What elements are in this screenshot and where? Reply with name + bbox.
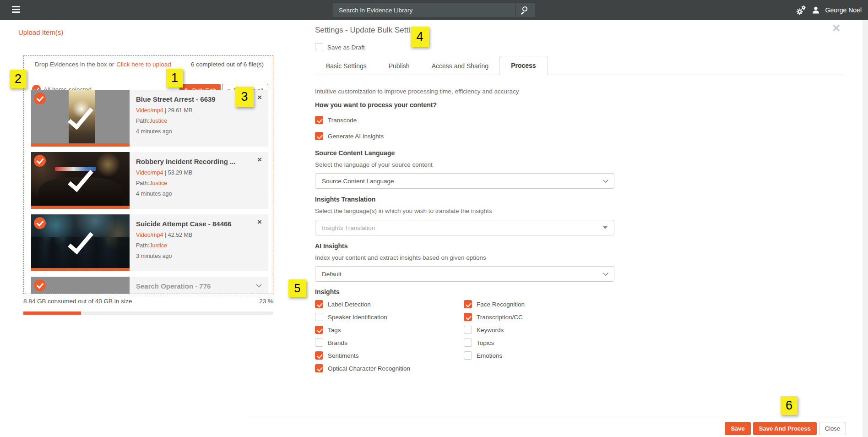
insights-translation-label: Insights Translation	[315, 196, 375, 203]
tags-checkbox[interactable]	[315, 326, 323, 334]
selected-check-icon	[34, 93, 46, 104]
close-icon[interactable]: ×	[832, 21, 841, 35]
remove-item-icon[interactable]: ×	[257, 93, 262, 101]
tab-access-and-sharing[interactable]: Access and Sharing	[421, 57, 500, 75]
item-size: 29.61 MB	[168, 107, 193, 114]
user-name[interactable]: George Noel	[825, 6, 862, 14]
gears-glyph	[796, 5, 806, 15]
evidence-library-app: George Noel Upload Item(s) Drop Evidence…	[0, 0, 868, 437]
insights-heading: Insights	[315, 288, 340, 295]
close-button[interactable]: Close	[819, 422, 846, 435]
insight-checkbox-label: Brands	[328, 339, 347, 346]
speaker-identification-checkbox[interactable]	[315, 313, 323, 321]
search-input[interactable]	[333, 3, 515, 17]
source-language-select[interactable]: Source Content Language	[315, 173, 614, 189]
item-title: Blue Street Arrest - 6639	[136, 95, 250, 103]
annotation-5: 5	[288, 279, 306, 297]
ai-insights-value: Default	[322, 271, 342, 278]
transcription-cc-checkbox[interactable]	[464, 313, 472, 321]
meta-separator: |	[165, 107, 166, 114]
remove-item-icon[interactable]: ×	[257, 218, 262, 226]
source-language-label: Source Content Language	[315, 149, 395, 157]
list-item[interactable]: Blue Street Arrest - 6639 Video/mp4 | 29…	[31, 90, 268, 147]
selection-toolbar: All items selected ✎ Bulk Edit × Remove …	[32, 70, 273, 84]
ai-insights-label: AI Insights	[315, 242, 348, 250]
hamburger-menu-icon[interactable]	[12, 6, 20, 14]
insight-option-row: Optical Character Recognition	[315, 364, 410, 372]
generate-ai-insights-checkbox[interactable]	[315, 132, 323, 140]
page-scrollbar[interactable]	[863, 20, 868, 437]
path-value: Justice	[149, 180, 167, 186]
insights-column-right: Face Recognition Transcription/CC Keywor…	[464, 300, 525, 360]
save-button[interactable]: Save	[725, 422, 750, 435]
insight-option-row: Speaker Identification	[315, 313, 410, 321]
video-thumbnail	[31, 152, 130, 209]
tab-publish[interactable]: Publish	[378, 57, 421, 75]
chevron-down-icon	[603, 270, 608, 275]
storage-usage-row: 8.84 GB consumed out of 40 GB in size 23…	[23, 298, 273, 305]
remove-item-icon[interactable]: ×	[257, 156, 262, 164]
item-size: 42.52 MB	[168, 232, 193, 238]
process-question: How you want to process your content?	[315, 101, 437, 109]
insight-checkbox-label: Topics	[477, 339, 494, 346]
insight-option-row: Face Recognition	[464, 300, 525, 308]
generate-ai-insights-option-row: Generate AI Insights	[315, 132, 384, 140]
insight-checkbox-label: Emotions	[477, 352, 502, 359]
upload-completed-count: 6 completed out of 6 file(s)	[191, 61, 264, 68]
settings-panel-title: Settings - Update Bulk Settings	[315, 26, 423, 35]
tab-process[interactable]: Process	[499, 56, 547, 75]
video-thumbnail	[31, 214, 130, 271]
insight-checkbox-label: Transcription/CC	[477, 314, 523, 321]
insight-option-row: Keywords	[464, 326, 525, 334]
upload-items-list: Blue Street Arrest - 6639 Video/mp4 | 29…	[31, 90, 268, 294]
gears-icon[interactable]	[796, 5, 806, 15]
insight-option-row: Sentiments	[315, 351, 410, 360]
keywords-checkbox[interactable]	[464, 326, 472, 334]
list-item[interactable]: Search Operation - 776	[31, 277, 268, 294]
insight-checkbox-label: Tags	[328, 327, 341, 333]
ai-insights-select[interactable]: Default	[315, 266, 614, 282]
item-details: Search Operation - 776	[136, 277, 268, 294]
search-bar	[333, 3, 535, 17]
storage-progress-bar	[23, 311, 273, 315]
emotions-checkbox[interactable]	[464, 351, 472, 360]
topics-checkbox[interactable]	[464, 339, 472, 347]
path-label: Path:	[136, 118, 149, 124]
face-recognition-checkbox[interactable]	[464, 300, 472, 308]
meta-separator: |	[165, 232, 166, 238]
drop-instructions-text: Drop Evidences in the box or	[35, 61, 114, 68]
transcode-checkbox[interactable]	[315, 116, 323, 124]
insight-checkbox-label: Keywords	[477, 327, 504, 333]
insight-option-row: Brands	[315, 339, 410, 347]
selected-check-icon	[34, 217, 46, 229]
selected-check-icon	[34, 155, 46, 167]
insights-translation-select[interactable]: Insights Translation	[315, 220, 614, 235]
insight-option-row: Topics	[464, 339, 525, 347]
item-time: 3 minutes ago	[136, 253, 268, 259]
source-language-value: Source Content Language	[322, 178, 394, 185]
user-avatar-icon[interactable]	[811, 5, 820, 15]
insight-checkbox-label: Optical Character Recognition	[328, 365, 410, 372]
annotation-1: 1	[166, 69, 183, 87]
storage-progress-fill	[23, 311, 81, 315]
save-and-process-button[interactable]: Save And Process	[753, 422, 817, 435]
save-as-draft-label: Save as Draft	[327, 44, 365, 51]
storage-usage-text: 8.84 GB consumed out of 40 GB in size	[23, 298, 132, 305]
brands-checkbox[interactable]	[315, 339, 323, 347]
list-item[interactable]: Robbery Incident Recording ... Video/mp4…	[31, 152, 268, 209]
insight-checkbox-label: Speaker Identification	[328, 314, 387, 321]
label-detection-checkbox[interactable]	[315, 300, 323, 308]
generate-ai-insights-label: Generate AI Insights	[328, 133, 384, 140]
video-thumbnail	[31, 90, 130, 147]
search-icon[interactable]	[515, 3, 535, 17]
list-item[interactable]: Suicide Attempt Case - 84466 Video/mp4 |…	[31, 214, 268, 271]
sentiments-checkbox[interactable]	[315, 351, 323, 360]
save-as-draft-checkbox[interactable]	[315, 43, 323, 51]
ocr-checkbox[interactable]	[315, 364, 323, 372]
item-title: Suicide Attempt Case - 84466	[136, 220, 250, 228]
annotation-2: 2	[10, 70, 27, 88]
settings-tabs: Basic Settings Publish Access and Sharin…	[315, 55, 845, 75]
click-to-upload-link[interactable]: Click here to upload	[116, 61, 171, 68]
caret-down-icon	[603, 226, 608, 229]
tab-basic-settings[interactable]: Basic Settings	[315, 57, 378, 75]
